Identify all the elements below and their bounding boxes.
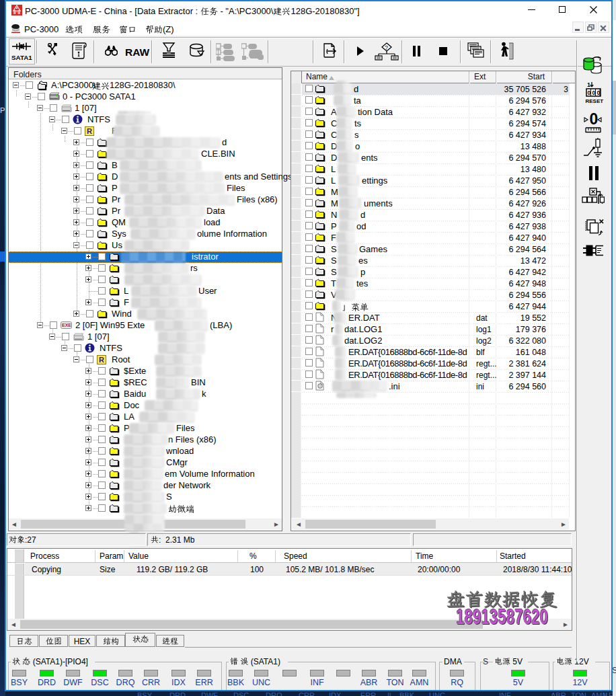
svg-text:0: 0 <box>588 89 591 96</box>
svg-text:0: 0 <box>590 110 599 128</box>
svg-text:EXE: EXE <box>62 323 71 327</box>
svg-text:R: R <box>87 127 92 135</box>
svg-text:RESET: RESET <box>586 98 604 104</box>
svg-text:R: R <box>99 356 104 364</box>
svg-text:?: ? <box>385 44 388 51</box>
svg-text:0: 0 <box>592 89 596 96</box>
svg-text:0: 0 <box>597 89 601 96</box>
svg-text:1: 1 <box>587 81 590 88</box>
